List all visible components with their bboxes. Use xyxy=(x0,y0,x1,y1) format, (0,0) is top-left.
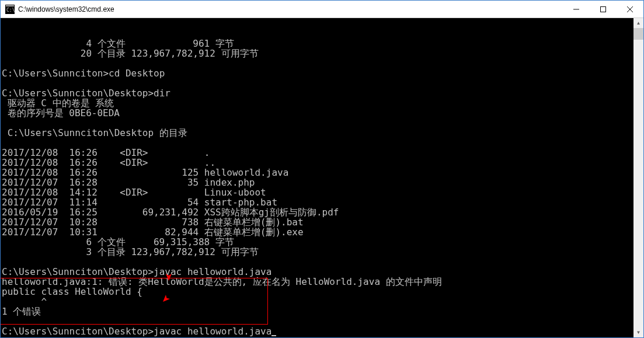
minimize-button[interactable] xyxy=(563,1,590,18)
terminal-line xyxy=(2,118,642,128)
terminal-line: 1 个错误 xyxy=(2,306,642,316)
terminal-line: 2017/12/08 16:26 125 helloworld.java xyxy=(2,168,642,177)
terminal-line: 2017/12/07 11:14 54 start-php.bat xyxy=(2,197,642,207)
scroll-thumb[interactable] xyxy=(633,28,643,40)
cursor xyxy=(271,328,276,336)
scroll-down-button[interactable]: ▼ xyxy=(633,327,643,337)
terminal-line: 2017/12/08 14:12 <DIR> Linux-uboot xyxy=(2,187,642,197)
window-title: C:\windows\system32\cmd.exe xyxy=(18,5,563,13)
svg-rect-4 xyxy=(601,6,606,12)
terminal-line: 2017/12/08 16:26 <DIR> . xyxy=(2,148,642,158)
terminal-line: C:\Users\Sunnciton\Desktop>javac hellowo… xyxy=(2,267,642,277)
terminal-line: helloworld.java:1: 错误: 类HelloWorld是公共的, … xyxy=(2,277,642,287)
terminal-line: 2017/12/08 16:26 <DIR> .. xyxy=(2,158,642,168)
terminal-line: 4 个文件 961 字节 xyxy=(2,39,642,48)
terminal-line: 2016/05/19 16:25 69,231,492 XSS跨站脚本gj剖析与… xyxy=(2,207,642,217)
window-controls xyxy=(563,1,643,18)
terminal-line: C:\Users\Sunnciton>cd Desktop xyxy=(2,68,642,78)
scroll-track[interactable] xyxy=(633,28,643,327)
close-button[interactable] xyxy=(617,1,643,18)
svg-rect-1 xyxy=(6,5,14,6)
svg-text:C:\: C:\ xyxy=(6,8,15,13)
terminal-line: 卷的序列号是 0BE6-0EDA xyxy=(2,108,642,118)
terminal-line: 2017/12/07 10:31 82,944 右键菜单栏增(删).exe xyxy=(2,227,642,237)
terminal-line xyxy=(2,138,642,148)
terminal-line: 6 个文件 69,315,388 字节 xyxy=(2,237,642,247)
terminal-line: C:\Users\Sunnciton\Desktop>dir xyxy=(2,88,642,98)
terminal-line: 20 个目录 123,967,782,912 可用字节 xyxy=(2,48,642,58)
terminal-line: 驱动器 C 中的卷是 系统 xyxy=(2,98,642,108)
terminal-line xyxy=(2,316,642,326)
titlebar[interactable]: C:\ C:\windows\system32\cmd.exe xyxy=(1,1,643,18)
terminal-line: ^ xyxy=(2,297,642,306)
terminal-line: public class HelloWorld { xyxy=(2,287,642,297)
terminal-line xyxy=(2,58,642,68)
terminal-line xyxy=(2,78,642,88)
scroll-up-button[interactable]: ▲ xyxy=(633,18,643,28)
maximize-button[interactable] xyxy=(590,1,617,18)
terminal-line xyxy=(2,257,642,267)
terminal-area[interactable]: 4 个文件 961 字节 20 个目录 123,967,782,912 可用字节… xyxy=(1,18,643,337)
terminal-line: 2017/12/07 16:28 35 index.php xyxy=(2,177,642,187)
cmd-window: C:\ C:\windows\system32\cmd.exe 4 个文件 96… xyxy=(0,0,644,338)
terminal-line: 2017/12/07 10:28 738 右键菜单栏增(删).bat xyxy=(2,217,642,227)
terminal-line: 3 个目录 123,967,782,912 可用字节 xyxy=(2,247,642,257)
cmd-icon: C:\ xyxy=(5,5,15,14)
vertical-scrollbar[interactable]: ▲ ▼ xyxy=(633,18,643,337)
terminal-line: C:\Users\Sunnciton\Desktop>javac hellowo… xyxy=(2,326,642,336)
terminal-line: C:\Users\Sunnciton\Desktop 的目录 xyxy=(2,128,642,138)
